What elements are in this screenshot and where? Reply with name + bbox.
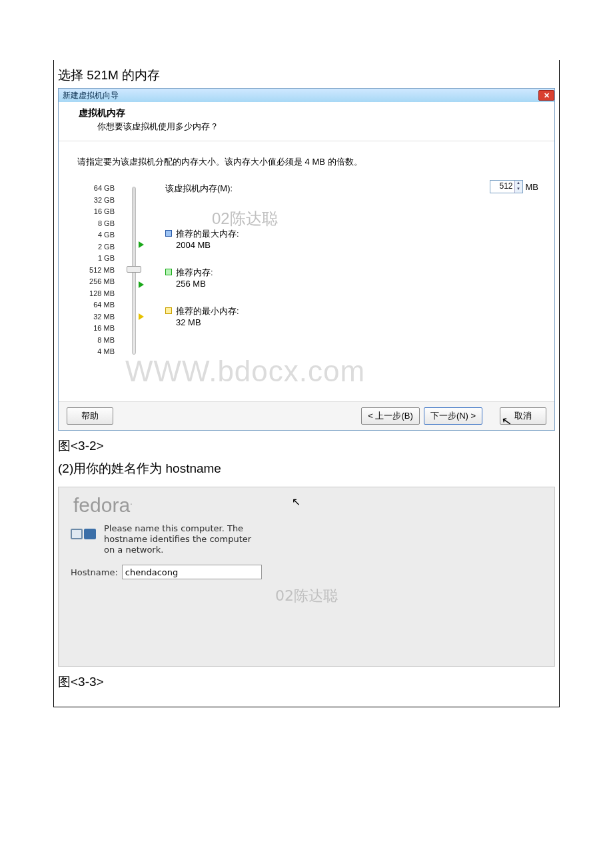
rec-min-value: 32 MB [176, 317, 239, 328]
watermark-name: 02陈达聪 [71, 586, 542, 606]
vm-wizard-window: 新建虚拟机向导 ✕ 虚拟机内存 你想要该虚拟机使用多少内存？ 请指定要为该虚拟机… [58, 88, 555, 431]
scale-item: 4 GB [72, 229, 115, 241]
watermark-site: WWW.bdocx.com [125, 355, 365, 388]
rec-min-label: 推荐的最小内存: [176, 305, 239, 317]
scale-item: 2 GB [72, 241, 115, 253]
rec-max-label: 推荐的最大内存: [176, 228, 239, 239]
close-button[interactable]: ✕ [538, 90, 554, 101]
rec-min-marker-icon [165, 307, 172, 314]
slider-handle[interactable] [127, 266, 141, 273]
vm-body: 请指定要为该虚拟机分配的内存大小。该内存大小值必须是 4 MB 的倍数。 64 … [59, 141, 554, 401]
scale-item: 64 MB [72, 299, 115, 311]
next-button[interactable]: 下一步(N) > [424, 407, 482, 425]
cursor-icon: ↖ [292, 495, 301, 508]
doc-line-2: (2)用你的姓名作为 hostname [58, 457, 555, 481]
marker-min-icon [139, 313, 144, 320]
memory-spinner[interactable]: 512 ▲▼ [490, 180, 523, 193]
scale-item: 512 MB [72, 265, 115, 277]
vm-header-title: 虚拟机内存 [79, 107, 534, 119]
doc-line-1: 选择 521M 的内存 [58, 64, 555, 88]
memory-slider[interactable] [119, 183, 159, 359]
back-button[interactable]: < 上一步(B) [361, 407, 420, 425]
rec-max-marker-icon [165, 230, 172, 237]
fedora-description: Please name this computer. The hostname … [104, 523, 264, 555]
figure-caption-3-2: 图<3-2> [58, 431, 555, 457]
help-button[interactable]: 帮助 [67, 407, 113, 425]
memory-value[interactable]: 512 [490, 181, 514, 193]
vm-footer: 帮助 < 上一步(B) 下一步(N) > 取消 ↖ [59, 401, 554, 430]
vm-window-title: 新建虚拟机向导 [63, 90, 119, 101]
rec-value: 256 MB [176, 278, 213, 289]
scale-item: 64 GB [72, 183, 115, 195]
scale-item: 128 MB [72, 288, 115, 300]
scale-item: 16 MB [72, 323, 115, 335]
computer-icon [71, 523, 97, 546]
spinner-up-icon[interactable]: ▲ [515, 181, 522, 187]
rec-max-value: 2004 MB [176, 239, 239, 251]
scale-item: 4 MB [72, 346, 115, 358]
vm-header-sub: 你想要该虚拟机使用多少内存？ [79, 121, 534, 133]
marker-max-icon [139, 241, 144, 248]
scale-item: 16 GB [72, 206, 115, 218]
rec-label: 推荐内存: [176, 267, 213, 278]
scale-item: 8 GB [72, 218, 115, 230]
vm-header: 虚拟机内存 你想要该虚拟机使用多少内存？ [59, 102, 554, 141]
vm-titlebar: 新建虚拟机向导 ✕ [59, 89, 554, 102]
scale-item: 32 GB [72, 195, 115, 207]
spinner-down-icon[interactable]: ▼ [515, 187, 522, 193]
memory-unit: MB [526, 182, 539, 192]
memory-scale: 64 GB 32 GB 16 GB 8 GB 4 GB 2 GB 1 GB 51… [72, 183, 119, 358]
scale-item: 8 MB [72, 335, 115, 347]
scale-item: 1 GB [72, 253, 115, 265]
scale-item: 256 MB [72, 276, 115, 288]
scale-item: 32 MB [72, 311, 115, 323]
fedora-window: fedora. ↖ Please name this computer. The… [58, 487, 555, 667]
hostname-input[interactable] [122, 565, 262, 579]
vm-body-desc: 请指定要为该虚拟机分配的内存大小。该内存大小值必须是 4 MB 的倍数。 [77, 156, 541, 168]
memory-label: 该虚拟机内存(M): [165, 183, 541, 195]
rec-marker-icon [165, 269, 172, 275]
fedora-logo: fedora. [59, 487, 554, 517]
figure-caption-3-3: 图<3-3> [58, 667, 555, 693]
marker-rec-icon [139, 281, 144, 288]
hostname-label: Hostname: [71, 567, 118, 577]
